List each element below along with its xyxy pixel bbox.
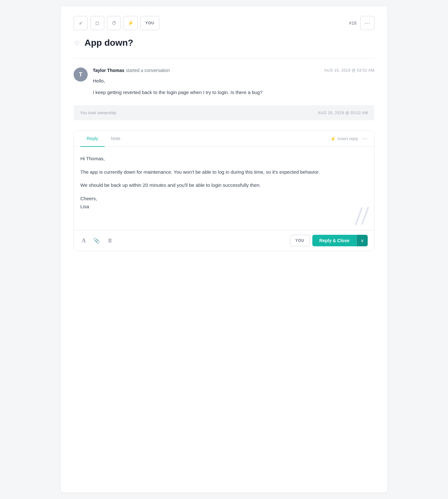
reply-close-group: Reply & Close ∨ [312, 235, 368, 246]
avatar-letter: T [79, 71, 83, 78]
filter-button[interactable]: ⚡ [124, 16, 138, 30]
message-body: Hello, I keep getting reverted back to t… [93, 77, 374, 96]
reply-close-button[interactable]: Reply & Close [312, 235, 356, 246]
clock-icon: ⏱ [112, 20, 116, 26]
reply-close-label: Reply & Close [319, 238, 349, 243]
message-author-line: Taylor Thomas started a conversation [93, 67, 170, 73]
body-line-3: We should be back up within 20 minutes a… [80, 181, 368, 189]
star-icon[interactable]: ☆ [74, 38, 81, 47]
composer-more-button[interactable]: ··· [362, 135, 368, 142]
insert-reply-label: Insert reply [338, 136, 358, 141]
reply-composer: Reply Note ⚡ Insert reply ··· Hi Thomas,… [74, 131, 374, 251]
composer-tabs: Reply Note ⚡ Insert reply ··· [74, 131, 374, 147]
divider [74, 58, 374, 59]
message-content: Taylor Thomas started a conversation AUG… [93, 67, 374, 96]
toolbar-left: ✓ ◻ ⏱ ⚡ YOU [74, 16, 159, 30]
you-button[interactable]: YOU [140, 16, 159, 30]
lightning-icon: ⚡ [330, 136, 336, 141]
message-line-1: Hello, [93, 77, 374, 85]
attachment-icon: 📎 [93, 238, 100, 244]
more-icon: ··· [364, 20, 370, 27]
attachment-button[interactable]: 📎 [92, 236, 101, 245]
system-event-time: AUG 16, 2019 @ 03:02 AM [318, 111, 368, 115]
reply-close-chevron-button[interactable]: ∨ [356, 235, 368, 246]
avatar: T [74, 67, 88, 82]
composer-footer: A 📎 🗑 YOU Reply & Close ∨ [74, 230, 374, 251]
more-button[interactable]: ··· [360, 16, 374, 30]
ticket-title: App down? [84, 38, 133, 48]
check-icon: ✓ [79, 20, 83, 26]
text-format-icon: A [82, 237, 86, 244]
clock-button[interactable]: ⏱ [107, 16, 121, 30]
ticket-number: #18 [349, 20, 356, 26]
bubble-button[interactable]: ◻ [90, 16, 104, 30]
tab-note[interactable]: Note [105, 131, 127, 147]
system-event-text: You took ownership [80, 110, 116, 115]
ticket-title-row: ☆ App down? [74, 38, 374, 48]
footer-right: YOU Reply & Close ∨ [290, 235, 368, 246]
message-action: started a conversation [126, 68, 170, 73]
you-assign-button[interactable]: YOU [290, 235, 310, 246]
ticket-container: ✓ ◻ ⏱ ⚡ YOU #18 ··· ☆ App down? [61, 6, 387, 493]
delete-button[interactable]: 🗑 [106, 236, 114, 245]
message-timestamp: AUG 16, 2019 @ 03:02 AM [324, 68, 374, 73]
you-assign-label: YOU [295, 238, 304, 243]
bubble-icon: ◻ [95, 20, 99, 26]
footer-left: A 📎 🗑 [80, 236, 114, 245]
insert-reply-button[interactable]: ⚡ Insert reply [330, 136, 358, 141]
system-event: You took ownership AUG 16, 2019 @ 03:02 … [74, 105, 374, 120]
filter-icon: ⚡ [128, 20, 134, 26]
tabs-left: Reply Note [80, 131, 127, 147]
tabs-right: ⚡ Insert reply ··· [330, 135, 368, 142]
tab-reply[interactable]: Reply [80, 131, 105, 147]
message-author: Taylor Thomas [93, 68, 124, 73]
chevron-down-icon: ∨ [361, 238, 364, 243]
text-format-button[interactable]: A [80, 236, 87, 245]
toolbar-right: #18 ··· [349, 16, 374, 30]
body-line-1: Hi Thomas, [80, 154, 368, 163]
you-label: YOU [145, 21, 154, 25]
message-line-2: I keep getting reverted back to the logi… [93, 89, 374, 96]
toolbar: ✓ ◻ ⏱ ⚡ YOU #18 ··· [74, 16, 374, 30]
message-header: Taylor Thomas started a conversation AUG… [93, 67, 374, 73]
body-line-4: Cheers,Lisa [80, 194, 368, 211]
composer-body[interactable]: Hi Thomas, The app is currently down for… [74, 147, 374, 230]
trash-icon: 🗑 [108, 238, 113, 243]
body-line-2: The app is currently down for maintenanc… [80, 168, 368, 176]
check-button[interactable]: ✓ [74, 16, 88, 30]
message-block: T Taylor Thomas started a conversation A… [74, 67, 374, 96]
composer-text: Hi Thomas, The app is currently down for… [80, 154, 368, 211]
